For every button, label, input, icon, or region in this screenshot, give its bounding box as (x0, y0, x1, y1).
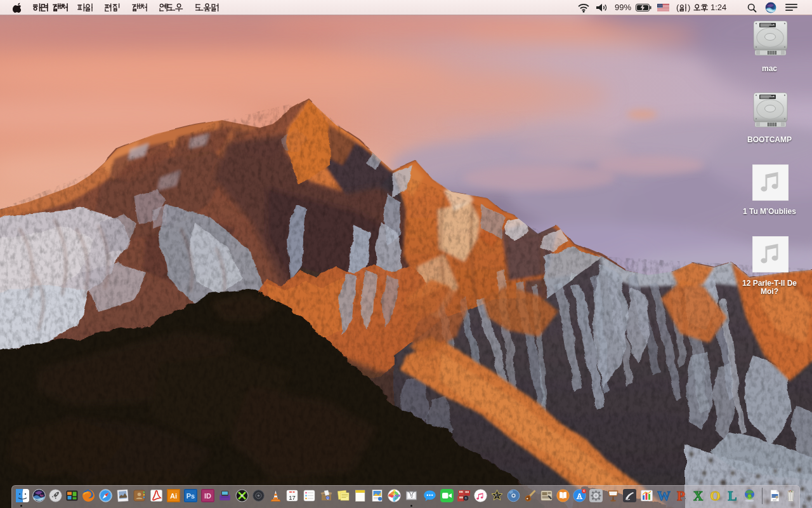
svg-text:P: P (677, 489, 685, 502)
svg-text:O: O (710, 489, 720, 502)
svg-text:4: 4 (583, 489, 585, 493)
svg-text:A: A (577, 492, 582, 500)
svg-text:W: W (657, 489, 671, 502)
svg-text:RTF: RTF (773, 499, 776, 502)
svg-text:L: L (728, 489, 737, 502)
svg-text:17: 17 (289, 494, 296, 501)
svg-text:Ai: Ai (170, 492, 177, 500)
svg-text:ID: ID (204, 492, 211, 500)
svg-text:X: X (693, 489, 702, 502)
svg-text:Q: Q (326, 496, 329, 500)
svg-text:Ps: Ps (186, 492, 194, 500)
